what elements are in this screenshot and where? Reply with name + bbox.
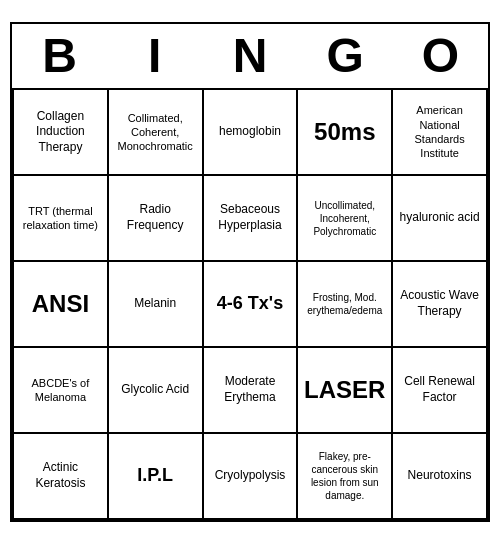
bingo-letter-G: G <box>299 32 391 80</box>
bingo-cell-r2-c4: Acoustic Wave Therapy <box>393 262 488 348</box>
bingo-cell-r4-c2: Cryolypolysis <box>204 434 299 520</box>
bingo-cell-r2-c2: 4-6 Tx's <box>204 262 299 348</box>
bingo-cell-r1-c4: hyaluronic acid <box>393 176 488 262</box>
bingo-cell-r2-c1: Melanin <box>109 262 204 348</box>
bingo-letter-B: B <box>14 32 106 80</box>
bingo-cell-r3-c1: Glycolic Acid <box>109 348 204 434</box>
bingo-letter-O: O <box>394 32 486 80</box>
bingo-header: BINGO <box>12 24 488 90</box>
bingo-card: BINGO Collagen Induction TherapyCollimat… <box>10 22 490 522</box>
bingo-cell-r3-c3: LASER <box>298 348 393 434</box>
bingo-cell-r1-c3: Uncollimated, Incoherent, Polychromatic <box>298 176 393 262</box>
bingo-cell-r2-c0: ANSI <box>14 262 109 348</box>
bingo-cell-r1-c0: TRT (thermal relaxation time) <box>14 176 109 262</box>
bingo-cell-r1-c2: Sebaceous Hyperplasia <box>204 176 299 262</box>
bingo-letter-N: N <box>204 32 296 80</box>
bingo-cell-r4-c4: Neurotoxins <box>393 434 488 520</box>
bingo-grid: Collagen Induction TherapyCollimated, Co… <box>12 90 488 520</box>
bingo-cell-r4-c0: Actinic Keratosis <box>14 434 109 520</box>
bingo-cell-r1-c1: Radio Frequency <box>109 176 204 262</box>
bingo-cell-r0-c2: hemoglobin <box>204 90 299 176</box>
bingo-letter-I: I <box>109 32 201 80</box>
bingo-cell-r2-c3: Frosting, Mod. erythema/edema <box>298 262 393 348</box>
bingo-cell-r0-c3: 50ms <box>298 90 393 176</box>
bingo-cell-r3-c4: Cell Renewal Factor <box>393 348 488 434</box>
bingo-cell-r3-c2: Moderate Erythema <box>204 348 299 434</box>
bingo-cell-r0-c0: Collagen Induction Therapy <box>14 90 109 176</box>
bingo-cell-r4-c3: Flakey, pre-cancerous skin lesion from s… <box>298 434 393 520</box>
bingo-cell-r4-c1: I.P.L <box>109 434 204 520</box>
bingo-cell-r0-c4: American National Standards Institute <box>393 90 488 176</box>
bingo-cell-r0-c1: Collimated, Coherent, Monochromatic <box>109 90 204 176</box>
bingo-cell-r3-c0: ABCDE's of Melanoma <box>14 348 109 434</box>
